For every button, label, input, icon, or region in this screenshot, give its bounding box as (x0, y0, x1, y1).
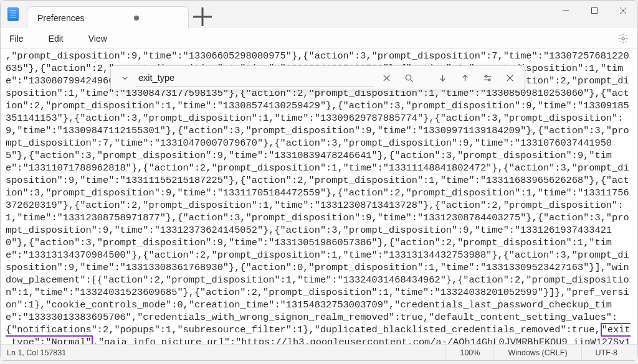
menu-file[interactable]: File (6, 30, 35, 47)
settings-button[interactable] (614, 29, 632, 48)
status-eol[interactable]: Windows (CRLF) (493, 345, 581, 360)
status-position[interactable]: Ln 1, Col 157831 (7, 348, 445, 357)
body-post: ,"gaia_info_picture_url":"https://lh3.go… (6, 337, 631, 344)
close-button[interactable] (609, 1, 637, 21)
expand-find-icon[interactable] (116, 68, 133, 88)
status-bar: Ln 1, Col 157831 100% Windows (CRLF) UTF… (1, 344, 637, 360)
new-tab-button[interactable] (190, 6, 215, 28)
find-prev-icon[interactable] (455, 68, 475, 88)
svg-point-1 (622, 37, 625, 40)
svg-point-4 (488, 78, 490, 80)
document-tab[interactable]: Preferences (27, 6, 189, 29)
menu-bar: File Edit View (1, 28, 637, 49)
menu-edit[interactable]: Edit (45, 30, 75, 47)
tab-title: Preferences (37, 13, 84, 23)
status-zoom[interactable]: 100% (445, 345, 493, 360)
menu-view[interactable]: View (85, 30, 118, 47)
find-options-icon[interactable] (477, 68, 497, 88)
status-encoding[interactable]: UTF-8 (581, 345, 631, 360)
body-pre: ,"prompt_disposition":9,"time":"13306605… (6, 50, 629, 335)
svg-point-3 (485, 75, 487, 77)
minimize-button[interactable] (551, 1, 580, 21)
close-find-icon[interactable] (500, 68, 520, 88)
editor-window: Preferences File Edit View ,"prompt_disp… (0, 0, 638, 361)
maximize-button[interactable] (580, 1, 609, 21)
text-content[interactable]: ,"prompt_disposition":9,"time":"13306605… (1, 49, 637, 344)
find-next-icon[interactable] (432, 68, 452, 88)
clear-find-icon[interactable] (376, 68, 396, 88)
search-icon[interactable] (399, 68, 419, 88)
titlebar: Preferences (1, 1, 637, 28)
find-input[interactable] (136, 69, 374, 87)
modified-indicator-icon (134, 16, 139, 21)
svg-point-2 (406, 75, 411, 80)
app-icon (1, 1, 26, 28)
svg-rect-0 (592, 8, 598, 14)
find-bar (110, 65, 525, 90)
